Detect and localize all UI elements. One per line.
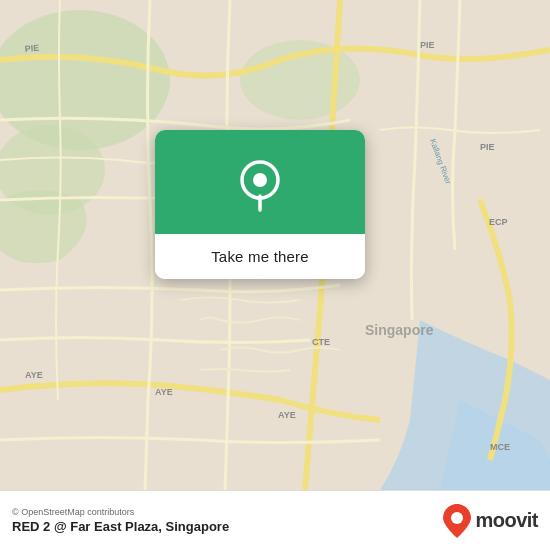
moovit-pin-icon	[443, 504, 471, 538]
svg-text:CTE: CTE	[312, 337, 330, 347]
moovit-label: moovit	[475, 509, 538, 532]
svg-text:Singapore: Singapore	[365, 322, 434, 338]
svg-text:PIE: PIE	[480, 142, 495, 152]
location-pin-icon	[233, 158, 287, 212]
bottom-bar: © OpenStreetMap contributors RED 2 @ Far…	[0, 490, 550, 550]
take-me-there-button[interactable]: Take me there	[155, 234, 365, 279]
svg-text:AYE: AYE	[278, 410, 296, 420]
location-name: RED 2 @ Far East Plaza, Singapore	[12, 519, 229, 534]
svg-point-19	[451, 512, 463, 524]
svg-text:MCE: MCE	[490, 442, 510, 452]
location-info: © OpenStreetMap contributors RED 2 @ Far…	[12, 507, 229, 534]
svg-text:PIE: PIE	[24, 43, 39, 54]
moovit-logo: moovit	[443, 504, 538, 538]
map-container: PIE PIE CTE CTE CTE AYE AYE AYE ECP PIE …	[0, 0, 550, 490]
osm-credit: © OpenStreetMap contributors	[12, 507, 229, 517]
location-popup: Take me there	[155, 130, 365, 279]
svg-text:ECP: ECP	[489, 217, 508, 227]
svg-text:AYE: AYE	[25, 370, 43, 380]
popup-header	[155, 130, 365, 234]
svg-text:PIE: PIE	[420, 40, 435, 50]
svg-text:AYE: AYE	[155, 387, 173, 397]
svg-point-18	[253, 173, 267, 187]
